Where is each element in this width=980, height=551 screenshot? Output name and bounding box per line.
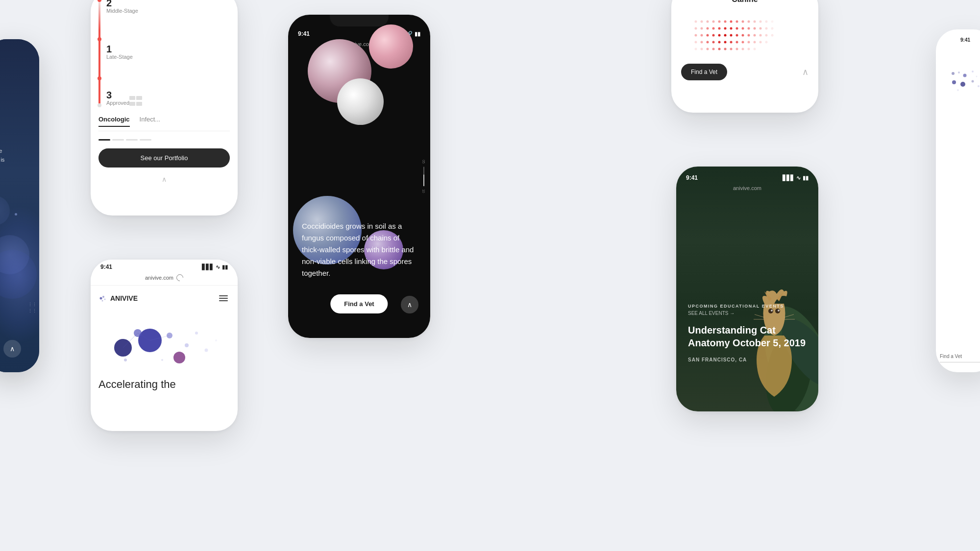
svg-point-41 <box>771 34 774 37</box>
svg-point-51 <box>748 41 750 44</box>
svg-point-30 <box>707 34 709 37</box>
svg-point-22 <box>742 27 744 30</box>
svg-point-65 <box>754 48 756 50</box>
svg-point-57 <box>707 48 709 50</box>
events-label: UPCOMING EDUCATIONAL EVENTS <box>688 304 807 309</box>
svg-point-42 <box>695 41 697 44</box>
svg-point-9 <box>748 21 750 23</box>
svg-point-11 <box>760 21 762 23</box>
svg-point-18 <box>718 27 721 30</box>
svg-point-6 <box>730 21 733 23</box>
svg-point-56 <box>701 48 703 50</box>
tab-dot-4 <box>140 139 151 141</box>
battery-icon-center: ▮▮ <box>415 31 420 37</box>
svg-point-10 <box>754 21 756 23</box>
svg-point-98 <box>173 352 185 363</box>
wifi-icon-events: ∿ <box>796 175 801 181</box>
anivive-accelerating-text: Accelerating the <box>98 378 230 392</box>
svg-point-47 <box>724 41 727 44</box>
tab-dot-1 <box>98 139 110 141</box>
svg-point-27 <box>771 27 774 30</box>
scroll-up-btn-left[interactable]: ∧ <box>3 340 21 358</box>
svg-point-5 <box>724 21 727 23</box>
svg-point-38 <box>754 34 756 37</box>
events-location: SAN FRANCISCO, CA <box>688 357 807 362</box>
svg-point-48 <box>730 41 733 44</box>
svg-point-1 <box>701 21 703 23</box>
sphere-description-text: Coccidioides grows in soil as a fungus c… <box>302 220 416 279</box>
hamburger-menu[interactable] <box>217 293 230 303</box>
svg-point-16 <box>707 27 709 30</box>
events-title: Understanding Cat Anatomy October 5, 201… <box>688 324 807 349</box>
battery-icon-anivive: ▮▮ <box>222 264 228 270</box>
anivive-dots-viz <box>98 311 230 370</box>
svg-point-101 <box>215 339 217 341</box>
svg-point-40 <box>765 34 768 37</box>
events-url-bar: anivive.com <box>676 183 818 195</box>
events-url: anivive.com <box>733 185 761 191</box>
tab-dot-2 <box>112 139 124 141</box>
refresh-icon-anivive[interactable] <box>175 273 185 283</box>
svg-point-14 <box>695 27 697 30</box>
tab-oncologic[interactable]: Oncologic <box>98 116 130 127</box>
find-vet-button-center[interactable]: Find a Vet <box>330 294 388 313</box>
svg-point-97 <box>205 349 208 352</box>
tab-infectious[interactable]: Infect... <box>140 116 161 127</box>
svg-point-67 <box>958 72 960 73</box>
anivive-time: 9:41 <box>100 264 112 270</box>
anivive-url: anivive.com <box>145 275 173 281</box>
anivive-url-bar: anivive.com <box>91 272 238 286</box>
svg-point-70 <box>952 80 956 84</box>
svg-point-62 <box>736 48 738 50</box>
svg-point-61 <box>730 48 733 50</box>
svg-point-64 <box>748 48 750 50</box>
svg-point-35 <box>736 34 738 37</box>
svg-point-59 <box>718 48 721 50</box>
svg-point-37 <box>748 34 750 37</box>
partial-dots-viz <box>948 69 980 93</box>
svg-point-34 <box>730 34 733 37</box>
canine-title: Canine <box>732 0 758 4</box>
svg-point-36 <box>742 34 744 37</box>
svg-point-21 <box>736 27 738 30</box>
svg-point-88 <box>102 296 104 298</box>
partial-text-4: e <box>0 165 4 174</box>
scroll-up-center[interactable]: ∧ <box>401 296 418 313</box>
svg-point-0 <box>695 21 697 23</box>
hamburger-line-2 <box>219 298 228 299</box>
see-all-events-link[interactable]: SEE ALL EVENTS → <box>688 311 807 316</box>
svg-point-29 <box>701 34 703 37</box>
svg-point-50 <box>742 41 744 44</box>
stage-late: 1 Late-Stage <box>106 44 142 60</box>
anivive-nav: ANIVIVE <box>98 293 230 303</box>
events-time: 9:41 <box>686 174 698 181</box>
see-portfolio-button[interactable]: See our Portfolio <box>98 148 230 168</box>
phone-notch <box>330 15 389 26</box>
find-vet-button-canine[interactable]: Find a Vet <box>681 64 727 80</box>
anivive-status-icons: ▋▋▋ ∿ ▮▮ <box>202 264 228 270</box>
phone-anivive-bottom: 9:41 ▋▋▋ ∿ ▮▮ anivive.com <box>91 260 238 431</box>
collapse-icon[interactable]: ∧ <box>98 175 230 183</box>
svg-point-43 <box>701 41 703 44</box>
stage-middle: 2 Middle-Stage <box>106 0 142 14</box>
svg-point-26 <box>765 27 768 30</box>
right-partial-time: 9:41 <box>960 37 970 43</box>
side-progress: 05 10 <box>422 160 425 193</box>
partial-text-1: o <box>0 137 4 146</box>
svg-point-96 <box>195 332 198 335</box>
svg-point-12 <box>765 21 768 23</box>
svg-point-58 <box>712 48 715 50</box>
progress-line <box>98 0 100 106</box>
svg-point-69 <box>972 71 974 72</box>
anivive-logo-text: ANIVIVE <box>110 294 138 302</box>
events-status-bar: 9:41 ▋▋▋ ∿ ▮▮ <box>676 167 818 183</box>
tabs-row: Oncologic Infect... <box>98 116 230 131</box>
canine-chevron-icon[interactable]: ∧ <box>802 67 808 77</box>
svg-point-31 <box>712 34 715 37</box>
svg-point-39 <box>760 34 762 37</box>
anivive-logo-icon <box>98 294 107 303</box>
svg-point-55 <box>695 48 697 50</box>
find-vet-input-partial[interactable]: Find a Vet <box>940 351 980 362</box>
svg-point-63 <box>742 48 744 50</box>
svg-point-95 <box>185 343 189 347</box>
